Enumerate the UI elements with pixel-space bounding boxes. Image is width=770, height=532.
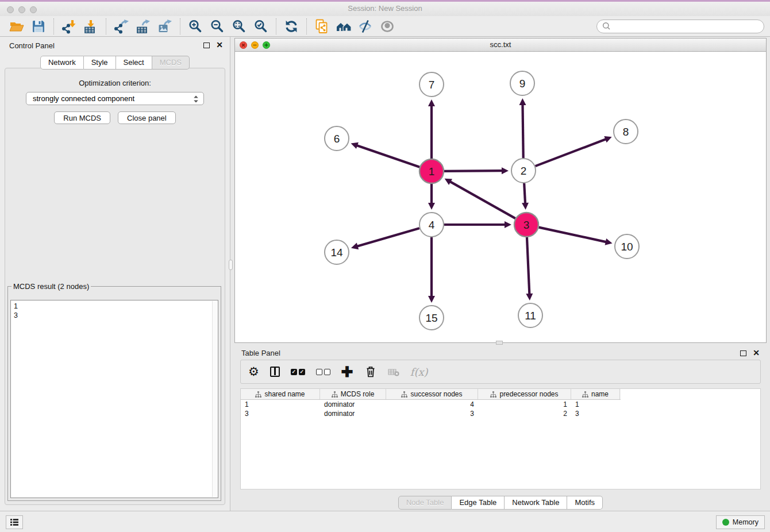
import-network-button[interactable]: [58, 18, 80, 35]
table-cell[interactable]: dominator: [320, 410, 386, 418]
memory-button[interactable]: Memory: [716, 515, 765, 529]
table-cell[interactable]: 3: [571, 410, 620, 418]
node-11[interactable]: 11: [518, 303, 542, 327]
zoom-out-button[interactable]: [206, 18, 228, 35]
tab-select[interactable]: Select: [116, 56, 152, 70]
node-6[interactable]: 6: [325, 126, 349, 151]
export-image-button[interactable]: [154, 18, 176, 35]
node-9[interactable]: 9: [510, 71, 534, 95]
table-cell[interactable]: 4: [386, 400, 478, 408]
refresh-icon: [284, 19, 299, 34]
edge-1-6[interactable]: [351, 142, 420, 167]
edge-3-11[interactable]: [526, 237, 533, 300]
table-cell[interactable]: 1: [478, 400, 571, 408]
search-input[interactable]: [611, 21, 759, 31]
edge-4-3[interactable]: [444, 221, 511, 228]
close-panel-button[interactable]: Close panel: [118, 111, 176, 124]
node-14[interactable]: 14: [325, 240, 349, 264]
edge-2-3[interactable]: [522, 183, 529, 210]
import-table-button[interactable]: [80, 18, 102, 35]
close-table-panel-icon[interactable]: ✕: [753, 350, 760, 356]
delete-column-icon[interactable]: [364, 363, 377, 380]
export-table-button[interactable]: [132, 18, 154, 35]
show-all-button[interactable]: [376, 18, 398, 35]
node-8[interactable]: 8: [614, 119, 638, 144]
zoom-window-icon[interactable]: [30, 6, 37, 13]
column-chooser-icon[interactable]: [270, 363, 280, 380]
edge-3-10[interactable]: [538, 228, 612, 245]
table-tab-network-table[interactable]: Network Table: [505, 496, 567, 510]
network-window-titlebar[interactable]: scc.txt: [235, 38, 766, 52]
close-network-icon[interactable]: [240, 41, 247, 49]
edge-4-15[interactable]: [428, 237, 435, 303]
node-2[interactable]: 2: [511, 159, 536, 183]
mcds-result-list[interactable]: 13: [10, 300, 218, 498]
network-canvas[interactable]: 1234678910111415: [235, 52, 766, 342]
zoom-fit-button[interactable]: [228, 18, 250, 35]
home-button[interactable]: [333, 18, 355, 35]
zoom-network-icon[interactable]: [263, 41, 270, 49]
refresh-button[interactable]: [280, 18, 302, 35]
run-mcds-button[interactable]: Run MCDS: [54, 111, 110, 124]
node-7[interactable]: 7: [419, 72, 444, 97]
table-cell[interactable]: 1: [571, 400, 620, 408]
table-cell[interactable]: dominator: [320, 400, 386, 408]
edge-1-4[interactable]: [428, 184, 435, 210]
edge-4-14[interactable]: [351, 228, 419, 249]
node-1[interactable]: 1: [419, 159, 444, 183]
table-row[interactable]: 3dominator323: [241, 409, 760, 418]
node-15[interactable]: 15: [419, 306, 444, 330]
float-panel-icon[interactable]: [203, 43, 210, 48]
table-tab-edge-table[interactable]: Edge Table: [452, 496, 505, 510]
column-header-predecessor-nodes[interactable]: predecessor nodes: [478, 389, 571, 399]
add-column-icon[interactable]: ✚: [341, 363, 353, 380]
settings-gear-icon[interactable]: ⚙: [248, 363, 259, 380]
edge-2-9[interactable]: [519, 98, 526, 158]
node-10[interactable]: 10: [615, 234, 639, 259]
table-tab-motifs[interactable]: Motifs: [567, 496, 603, 510]
export-network-button[interactable]: [110, 18, 132, 35]
close-panel-icon[interactable]: ✕: [216, 42, 223, 48]
task-history-button[interactable]: [6, 515, 23, 529]
minimize-window-icon[interactable]: [18, 6, 25, 13]
import-network-icon: [61, 19, 76, 34]
table-cell[interactable]: 3: [241, 410, 320, 418]
float-table-panel-icon[interactable]: [740, 350, 746, 356]
select-all-icon[interactable]: ✓✓: [291, 363, 305, 380]
document-network-icon: [314, 19, 329, 34]
edge-3-1[interactable]: [445, 179, 515, 218]
open-session-button[interactable]: [6, 18, 28, 35]
zoom-selected-button[interactable]: [250, 18, 272, 35]
hide-selected-button[interactable]: [355, 18, 376, 35]
zoom-in-button[interactable]: [184, 18, 206, 35]
column-header-name[interactable]: name: [571, 389, 620, 399]
minimize-network-icon[interactable]: [251, 41, 259, 49]
column-header-successor-nodes[interactable]: successor nodes: [386, 389, 478, 399]
table-row[interactable]: 1dominator411: [241, 400, 760, 409]
table-cell[interactable]: 2: [478, 410, 571, 418]
node-4[interactable]: 4: [419, 213, 444, 237]
vertical-splitter-handle[interactable]: [229, 260, 233, 270]
new-network-from-selection-button[interactable]: [311, 18, 333, 35]
criterion-dropdown[interactable]: strongly connected component: [26, 92, 204, 105]
column-header-mcds-role[interactable]: MCDS role: [320, 389, 386, 399]
control-panel-title: Control Panel: [0, 37, 230, 50]
tab-style[interactable]: Style: [84, 56, 116, 70]
edge-1-7[interactable]: [428, 99, 435, 159]
edge-2-8[interactable]: [536, 136, 612, 166]
table-cell[interactable]: 3: [386, 410, 478, 418]
horizontal-splitter-handle[interactable]: [496, 341, 503, 345]
tab-network[interactable]: Network: [40, 56, 84, 70]
tab-mcds[interactable]: MCDS: [152, 56, 190, 70]
search-box[interactable]: [596, 20, 764, 33]
save-session-button[interactable]: [28, 18, 49, 35]
column-header-shared-name[interactable]: shared name: [241, 389, 320, 399]
result-scrollbar[interactable]: [212, 301, 217, 497]
search-icon: [602, 22, 611, 30]
table-cell[interactable]: 1: [241, 400, 320, 408]
close-window-icon[interactable]: [7, 6, 14, 13]
deselect-all-icon[interactable]: [316, 363, 330, 380]
edge-1-2[interactable]: [444, 167, 509, 174]
node-3[interactable]: 3: [514, 213, 538, 237]
table-tab-node-table[interactable]: Node Table: [398, 496, 452, 510]
